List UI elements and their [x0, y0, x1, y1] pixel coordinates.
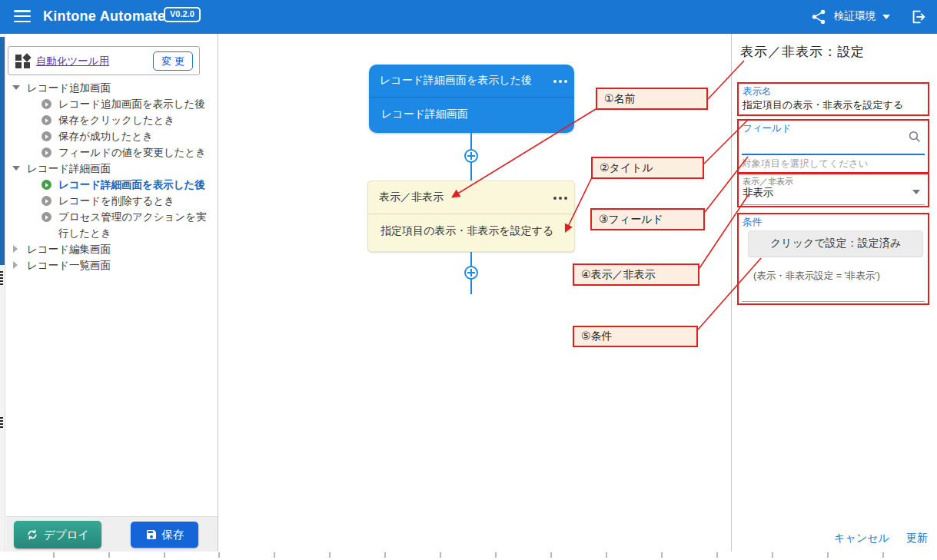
tree-group-label: レコード一覧画面 [27, 260, 111, 271]
environment-selector[interactable]: 検証環境 [834, 9, 876, 23]
panel-title: 表示／非表示：設定 [740, 43, 865, 61]
deploy-button-label: デプロイ [44, 529, 89, 541]
grid-tick [108, 552, 110, 558]
display-name-field[interactable]: 表示名 指定項目の表示・非表示を設定する [737, 82, 929, 116]
field-label: フィールド [743, 122, 792, 135]
grid-tick [384, 552, 386, 558]
more-options-icon[interactable] [559, 197, 562, 200]
action-node-title: 表示／非表示 [379, 191, 444, 204]
sidebar: 自動化ツール用 変 更 レコード追加画面 レコード追加画面を表示した後 保存をク… [6, 34, 218, 552]
hamburger-menu-icon[interactable] [14, 10, 31, 23]
flow-canvas[interactable]: レコード詳細画面を表示した後 レコード詳細画面 表示／非表示 指定項目の表示・非… [218, 34, 731, 552]
grid-tick [329, 552, 331, 558]
action-node-header[interactable]: 表示／非表示 [368, 181, 574, 214]
app-title: Kintone Automate [43, 8, 165, 25]
condition-expression: (表示・非表示設定 = '非表示') [753, 270, 880, 283]
grid-tick [772, 552, 773, 558]
trigger-node[interactable]: レコード詳細画面を表示した後 レコード詳細画面 [369, 65, 574, 133]
header-bar: Kintone Automate V0.2.0 検証環境 [0, 0, 937, 34]
grid-tick [53, 552, 55, 558]
field-input-underline[interactable] [742, 154, 925, 155]
more-options-icon[interactable] [559, 80, 562, 83]
sidebar-group-record-detail[interactable]: レコード詳細画面 [6, 161, 214, 177]
tree-item-label: 保存が成功したとき [58, 131, 153, 142]
annotation-field: ③フィールド [590, 208, 705, 230]
edge-tick [0, 271, 3, 285]
play-icon [42, 131, 52, 141]
annotation-title: ②タイトル [591, 157, 704, 179]
action-node-subtitle: 指定項目の表示・非表示を設定する [380, 224, 553, 238]
sidebar-item-process-action[interactable]: プロセス管理のアクションを実行したとき [6, 209, 214, 241]
tree-item-label: レコード追加画面を表示した後 [58, 98, 205, 110]
field-picker[interactable]: フィールド 対象項目を選択してください [737, 119, 929, 174]
visibility-underline [742, 204, 925, 205]
deploy-button[interactable]: デプロイ [14, 521, 101, 548]
condition-label: 条件 [743, 216, 762, 229]
condition-section: 条件 クリックで設定：設定済み (表示・非表示設定 = '非表示') [737, 213, 929, 305]
sidebar-item-add-shown[interactable]: レコード追加画面を表示した後 [6, 96, 214, 112]
scrollbar-thumb[interactable] [0, 37, 5, 265]
display-name-value[interactable]: 指定項目の表示・非表示を設定する [743, 98, 903, 112]
trigger-node-header[interactable]: レコード詳細画面を表示した後 [369, 65, 574, 98]
sidebar-item-detail-shown[interactable]: レコード詳細画面を表示した後 [6, 177, 214, 193]
annotation-name: ①名前 [596, 88, 708, 110]
sidebar-item-field-changed[interactable]: フィールドの値を変更したとき [6, 144, 214, 161]
add-step-icon[interactable] [464, 149, 478, 163]
update-button[interactable]: 更新 [906, 532, 928, 544]
sidebar-item-save-clicked[interactable]: 保存をクリックしたとき [6, 112, 214, 128]
sidebar-group-record-edit[interactable]: レコード編集画面 [6, 241, 214, 257]
condition-divider [742, 301, 925, 302]
sidebar-group-record-list[interactable]: レコード一覧画面 [6, 257, 214, 273]
play-icon [42, 99, 52, 109]
tree-item-label: レコード詳細画面を表示した後 [58, 179, 205, 191]
tree-item-label: レコードを削除するとき [58, 195, 174, 207]
grid-tick [882, 552, 884, 558]
tree-item-label: 保存をクリックしたとき [58, 114, 174, 126]
event-tree: レコード追加画面 レコード追加画面を表示した後 保存をクリックしたとき 保存が成… [6, 80, 214, 273]
chevron-right-icon[interactable] [13, 261, 18, 269]
chevron-right-icon[interactable] [13, 245, 18, 253]
panel-actions: キャンセル更新 [834, 532, 928, 545]
kintone-automate-window: Kintone Automate V0.2.0 検証環境 自動化ツール用 変 更… [0, 0, 937, 560]
left-scrollbar[interactable] [0, 34, 5, 552]
visibility-dropdown[interactable]: 表示／非表示 非表示 [737, 173, 929, 207]
annotation-visibility: ④表示／非表示 [573, 263, 699, 286]
tree-group-label: レコード編集画面 [27, 244, 111, 255]
tree-group-label: レコード詳細画面 [27, 163, 111, 174]
search-icon[interactable] [908, 130, 922, 144]
add-step-icon[interactable] [464, 266, 478, 280]
action-node[interactable]: 表示／非表示 指定項目の表示・非表示を設定する [367, 181, 575, 252]
save-button[interactable]: 保存 [131, 522, 198, 548]
visibility-value[interactable]: 非表示 [743, 186, 774, 200]
field-placeholder-text: 対象項目を選択してください [742, 157, 869, 171]
grid-tick [440, 552, 441, 558]
app-name-link[interactable]: 自動化ツール用 [36, 55, 109, 68]
chevron-down-icon[interactable] [12, 166, 20, 171]
share-icon[interactable] [810, 8, 827, 25]
cancel-button[interactable]: キャンセル [834, 532, 889, 544]
play-icon [42, 180, 52, 190]
annotation-condition: ⑤条件 [573, 326, 698, 347]
sidebar-item-save-success[interactable]: 保存が成功したとき [6, 128, 214, 144]
chevron-down-icon[interactable] [882, 15, 890, 19]
play-icon [42, 115, 52, 125]
dropdown-caret-icon[interactable] [912, 190, 920, 194]
grid-tick [606, 552, 607, 558]
grid-tick [661, 552, 663, 558]
grid-tick [827, 552, 829, 558]
tree-item-label: フィールドの値を変更したとき [58, 147, 206, 158]
condition-set-button[interactable]: クリックで設定：設定済み [748, 230, 923, 257]
version-badge: V0.2.0 [164, 7, 201, 22]
logout-icon[interactable] [910, 8, 927, 25]
settings-panel: 表示／非表示：設定 表示名 指定項目の表示・非表示を設定する フィールド 対象項… [731, 34, 937, 552]
sidebar-group-record-add[interactable]: レコード追加画面 [6, 80, 214, 96]
tree-group-label: レコード追加画面 [27, 82, 111, 94]
app-selector-box: 自動化ツール用 変 更 [8, 46, 200, 75]
tree-item-label: プロセス管理のアクションを実行したとき [58, 211, 206, 239]
grid-tick [550, 552, 552, 558]
change-app-button[interactable]: 変 更 [153, 51, 193, 71]
sidebar-item-record-delete[interactable]: レコードを削除するとき [6, 193, 214, 209]
sidebar-footer: デプロイ 保存 [6, 516, 218, 552]
chevron-down-icon[interactable] [12, 85, 20, 90]
grid-tick [495, 552, 497, 558]
